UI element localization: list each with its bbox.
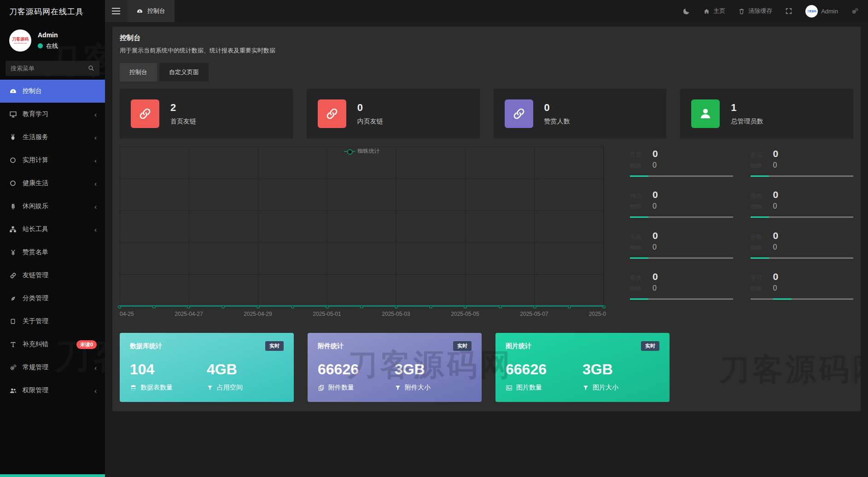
realtime-badge: 实时 [453,341,472,351]
x-tick-label: 2025-0 [589,311,606,317]
spider-stat-item: 百度0 蜘蛛0 [630,148,733,177]
sidebar-item-label: 赞赏名单 [23,248,48,256]
sidebar-item-label: 站长工具 [23,225,48,233]
sidebar-item-categories[interactable]: 分类管理 [0,287,105,310]
image-stats-card: 图片统计 实时 66626 图片数量 3GB [495,333,670,402]
spider-sub-value: 0 [773,243,777,251]
image-icon [506,384,513,391]
user-menu[interactable]: 刀客源码 Admin [805,5,838,17]
sidebar-item-entertainment[interactable]: 休闲娱乐 ‹ [0,195,105,218]
gauge-icon [8,87,17,95]
link-icon [8,272,17,279]
tab-dashboard-top[interactable]: 控制台 [127,0,175,22]
dark-mode-toggle[interactable] [682,7,690,15]
stat-card-donors: 0 赞赏人数 [494,89,667,139]
chart-legend[interactable]: 蜘蛛统计 [344,147,380,155]
progress-bar [630,298,733,300]
spider-sublabel: 蜘蛛 [751,244,766,252]
spider-engine-label: 必应 [751,151,766,159]
sidebar-item-webmaster-tools[interactable]: 站长工具 ‹ [0,218,105,241]
spider-stat-item: 字节0 蜘蛛0 [751,271,854,300]
spider-sublabel: 蜘蛛 [630,244,646,252]
sidebar-item-label: 教育学习 [23,110,48,118]
sidebar-item-label: 友链管理 [23,271,48,279]
avatar[interactable]: 刀客源码 www.dkswl.com [9,29,31,52]
x-tick-label: 2025-04-29 [244,311,272,317]
realtime-badge: 实时 [265,341,284,351]
cogs-icon [8,364,17,372]
bitcoin-icon [8,203,17,210]
online-status-dot [38,43,43,48]
progress-bar [751,257,854,259]
search-input[interactable] [6,61,99,76]
spider-sub-value: 0 [773,284,777,292]
spider-stat-item: 神马0 蜘蛛0 [630,189,733,218]
spider-value: 0 [652,189,658,200]
topbar-user-name: Admin [821,8,838,15]
sidebar-item-dashboard[interactable]: 控制台 [0,80,105,103]
sidebar-item-health[interactable]: 健康生活 ‹ [0,172,105,195]
top-tab-label: 控制台 [147,7,165,15]
tab-dashboard[interactable]: 控制台 [120,63,157,81]
unread-badge: 未读0 [76,340,97,349]
stat-label: 首页友链 [170,117,196,126]
stat-label: 总管理员数 [731,117,763,126]
stat-card-inner-links: 0 内页友链 [307,89,480,139]
spider-sub-value: 0 [652,202,657,210]
settings-cogs-button[interactable] [851,7,859,15]
chart-data-points [118,305,606,308]
tab-custom-page[interactable]: 自定义页面 [159,63,209,81]
sidebar-item-permissions[interactable]: 权限管理 ‹ [0,379,105,402]
spider-value: 0 [773,271,779,282]
page-description: 用于展示当前系统中的统计数据、统计报表及重要实时数据 [120,47,853,55]
sidebar-item-education[interactable]: 教育学习 ‹ [0,103,105,126]
realtime-cards-row: 数据库统计 实时 104 数据表数量 4GB [120,333,853,402]
legend-marker-icon [344,151,355,152]
stat-label: 内页友链 [357,117,383,126]
filter-icon [395,384,401,391]
yen-icon [8,249,17,256]
chevron-left-icon: ‹ [94,387,97,395]
page-tabs: 控制台 自定义页面 [120,63,853,81]
sidebar-item-calculators[interactable]: 实用计算 ‹ [0,149,105,172]
sidebar-item-friend-links[interactable]: 友链管理 [0,264,105,287]
sidebar-item-corrections[interactable]: 补充纠错 未读0 [0,333,105,356]
spider-sublabel: 蜘蛛 [630,203,646,211]
stat-card-home-links: 2 首页友链 [120,89,293,139]
search-icon[interactable] [87,64,95,72]
progress-bar [630,257,733,259]
x-tick-label: 2025-05-01 [313,311,341,317]
home-link[interactable]: 主页 [703,7,725,15]
card-value: 3GB [583,361,659,378]
x-tick-label: 04-25 [120,311,134,317]
card-value: 4GB [207,361,284,378]
sidebar-item-label: 健康生活 [23,179,48,187]
sidebar: 刀客源码网 刀客源码网 刀客源码网在线工具 刀客源码 www.dkswl.com… [0,0,105,477]
sidebar-item-donor-list[interactable]: 赞赏名单 [0,241,105,264]
hamburger-menu-button[interactable] [105,0,127,22]
clear-cache-button[interactable]: 清除缓存 [738,7,772,15]
page-title: 控制台 [120,34,853,42]
sidebar-item-about[interactable]: 关于管理 [0,310,105,333]
stat-cards-row: 2 首页友链 0 内页友链 0 赞赏人数 [120,89,853,139]
filter-icon [207,384,213,391]
text-height-icon [8,341,17,348]
chart-series-line [120,305,604,307]
chevron-left-icon: ‹ [94,203,97,210]
spider-value: 0 [652,230,658,241]
sidebar-item-label: 休闲娱乐 [23,202,48,210]
realtime-badge: 实时 [641,341,659,351]
spider-sub-value: 0 [773,161,777,169]
spider-engine-label: 字节 [751,274,766,282]
spider-engine-label: 百度 [630,151,646,159]
database-stats-card: 数据库统计 实时 104 数据表数量 4GB [120,333,294,402]
sidebar-item-general-settings[interactable]: 常规管理 ‹ [0,356,105,379]
spider-sublabel: 蜘蛛 [630,162,646,170]
card-value: 104 [130,361,207,378]
user-icon [691,99,720,128]
trash-icon [738,8,745,15]
fullscreen-button[interactable] [785,7,792,15]
avatar-logo-text: 刀客源码 [12,37,29,41]
sidebar-item-life-services[interactable]: 生活服务 ‹ [0,126,105,149]
sidebar-item-label: 常规管理 [23,363,48,372]
